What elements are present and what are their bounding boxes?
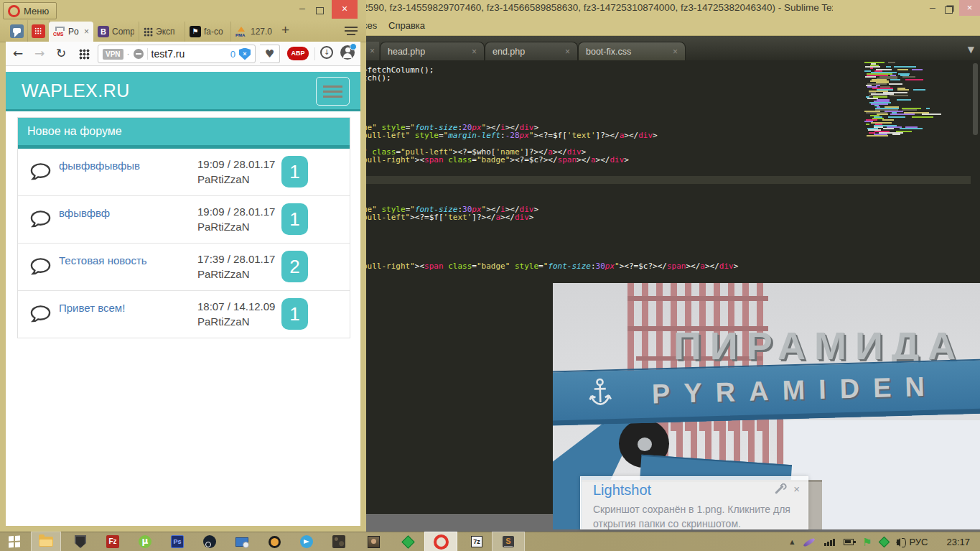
lightshot-notification[interactable]: Lightshot × Скриншот сохранён в 1.png. К… — [580, 476, 808, 529]
notification-title: Lightshot — [593, 482, 651, 499]
wrench-icon[interactable] — [775, 485, 784, 494]
site-badge-icon[interactable] — [134, 49, 144, 59]
flag-tray-icon[interactable]: ⚑ — [862, 536, 872, 549]
minimap[interactable] — [863, 62, 971, 142]
grid-favicon — [144, 27, 153, 37]
sublime-tab-boot-fix-css[interactable]: boot-fix.css × — [578, 42, 686, 60]
topic-row[interactable]: вфывфвф 19:09 / 28.01.17 PaRtiZzaN 1 — [18, 196, 350, 244]
taskbar-explorer[interactable] — [32, 532, 60, 551]
network-signal-icon[interactable] — [824, 539, 835, 546]
code-line: >fetchColumn(); — [363, 66, 738, 74]
tab-close-icon[interactable]: × — [453, 47, 477, 57]
telegram-icon — [300, 535, 313, 548]
tab-close-icon[interactable]: × — [654, 47, 678, 57]
tab-overflow-icon[interactable]: ▼ — [968, 45, 974, 55]
editor-scrollbar[interactable] — [973, 63, 978, 135]
profile-button[interactable] — [340, 45, 355, 60]
taskbar: Fz µ Ps 7z S ▲ ⚑ РУС 23:17 — [0, 532, 980, 551]
bookmark-heart-button[interactable]: ♥ — [260, 45, 280, 63]
hamburger-menu-button[interactable] — [316, 77, 350, 106]
taskbar-7zip[interactable]: 7z — [462, 532, 491, 551]
topic-link[interactable]: фывфвфывфыв — [59, 159, 140, 172]
taskbar-utorrent[interactable]: µ — [131, 532, 159, 551]
gem-tray-icon[interactable] — [879, 537, 890, 548]
tab-close-icon[interactable]: × — [546, 47, 570, 57]
speed-dial-icon[interactable] — [79, 49, 90, 60]
menu-item-help[interactable]: Справка — [388, 20, 425, 31]
opera-tab-export[interactable]: Эксп — [139, 22, 185, 42]
taskbar-avira[interactable] — [260, 532, 289, 551]
opera-menu-button[interactable]: Меню — [3, 2, 57, 19]
address-bar[interactable]: VPN · test7.ru 0 × — [98, 45, 256, 63]
taskbar-steam[interactable] — [195, 532, 224, 551]
code-lines[interactable]: >fetchColumn();tch();ue" style="font-siz… — [363, 66, 738, 271]
taskbar-avatar-app[interactable] — [359, 532, 388, 551]
tab-close-icon[interactable]: × — [84, 27, 89, 37]
adblock-badge[interactable]: ABP — [287, 47, 309, 60]
topic-link[interactable]: Тестовая новость — [59, 254, 147, 267]
pinned-tab-chat[interactable] — [6, 20, 28, 42]
site-brand[interactable]: WAPLEX.RU — [22, 80, 130, 101]
taskbar-sublime[interactable]: S — [493, 532, 524, 551]
topic-link[interactable]: Привет всем! — [59, 302, 125, 314]
taskbar-opera[interactable] — [425, 532, 457, 551]
tab-menu-icon[interactable] — [345, 27, 358, 37]
sublime-tab-end-php[interactable]: end.php × — [485, 42, 578, 60]
opera-minimize-button[interactable]: – — [294, 2, 310, 14]
topic-count-badge[interactable]: 2 — [281, 251, 308, 282]
tray-expand-icon[interactable]: ▲ — [790, 539, 794, 545]
sublime-minimize-button[interactable]: – — [925, 1, 941, 13]
opera-tab-phpmyadmin[interactable]: PMA 127.0 — [231, 22, 277, 42]
pinned-tab-red[interactable] — [27, 20, 50, 42]
taskbar-remote-desktop[interactable] — [228, 532, 256, 551]
flag-favicon: ⚑ — [190, 26, 201, 37]
topic-link[interactable]: вфывфвф — [59, 207, 110, 219]
topic-count-badge[interactable]: 1 — [281, 156, 308, 187]
topic-count-badge[interactable]: 1 — [281, 298, 308, 330]
topic-row[interactable]: Тестовая новость 17:39 / 28.01.17 PaRtiZ… — [18, 244, 350, 291]
feather-tray-icon[interactable] — [803, 537, 816, 548]
sublime-restore-button[interactable] — [941, 4, 956, 16]
opera-tab-fontawesome[interactable]: ⚑ fa-co — [185, 22, 231, 42]
maximize-icon — [316, 7, 324, 14]
opera-tabbar: CMS Po × B Comp Эксп ⚑ fa-co PMA 127.0 + — [0, 20, 366, 42]
opera-tab-active[interactable]: CMS Po × — [49, 22, 93, 42]
taskbar-telegram[interactable] — [292, 532, 321, 551]
taskbar-gem-app[interactable] — [393, 532, 422, 551]
taskbar-game[interactable] — [325, 532, 353, 551]
topic-row[interactable]: фывфвфывфыв 19:09 / 28.01.17 PaRtiZzaN 1 — [18, 149, 350, 196]
speaker-icon[interactable] — [897, 540, 900, 545]
battery-icon[interactable] — [844, 539, 854, 545]
start-button[interactable] — [0, 532, 29, 551]
reload-button[interactable]: ↻ — [56, 46, 66, 60]
notification-close-icon[interactable]: × — [793, 483, 800, 495]
speech-bubble-icon — [29, 304, 52, 327]
url-text[interactable]: test7.ru — [151, 48, 185, 60]
blocked-count: 0 — [230, 49, 235, 60]
back-button[interactable]: ← — [13, 46, 23, 60]
new-tab-button[interactable]: + — [281, 22, 289, 38]
vpn-badge[interactable]: VPN — [103, 49, 123, 60]
sublime-close-button[interactable]: × — [959, 0, 980, 16]
opera-close-button[interactable]: × — [332, 0, 358, 19]
language-indicator[interactable]: РУС — [909, 537, 928, 547]
sublime-tab-head-php[interactable]: head.php × — [380, 42, 485, 60]
opera-maximize-button[interactable] — [312, 5, 327, 17]
shield-icon[interactable]: × — [239, 48, 251, 60]
topic-count-badge[interactable]: 1 — [281, 203, 308, 235]
taskbar-filezilla[interactable]: Fz — [98, 532, 127, 551]
code-line — [363, 238, 738, 246]
code-line — [363, 221, 738, 229]
opera-tab-components[interactable]: B Comp — [93, 22, 139, 42]
notification-message[interactable]: Скриншот сохранён в 1.png. Кликните для … — [593, 502, 804, 532]
topic-time: 19:09 / 28.01.17 — [197, 157, 275, 172]
downloads-button[interactable]: ↓ — [320, 46, 333, 59]
taskbar-wot[interactable] — [66, 532, 95, 551]
forward-button[interactable]: → — [34, 46, 45, 60]
taskbar-photoshop[interactable]: Ps — [163, 532, 192, 551]
code-line — [363, 180, 738, 188]
topic-row[interactable]: Привет всем! 18:07 / 14.12.09 PaRtiZzaN … — [18, 291, 350, 338]
opera-titlebar[interactable]: Меню – × — [0, 0, 366, 20]
speech-bubble-icon — [29, 162, 52, 185]
clock[interactable]: 23:17 — [946, 537, 970, 547]
